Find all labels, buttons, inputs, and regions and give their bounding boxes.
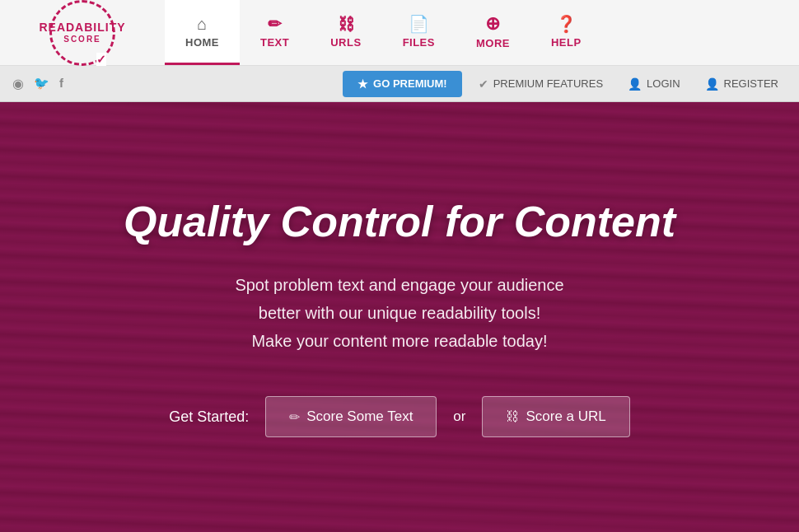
score-url-button[interactable]: ⛓ Score a URL <box>482 396 629 437</box>
logo-checkmark: ✓ <box>96 53 106 66</box>
login-icon: 👤 <box>628 77 642 91</box>
nav-home-label: HOME <box>185 36 219 49</box>
urls-icon: ⛓ <box>338 15 355 34</box>
login-link[interactable]: 👤 LOGIN <box>619 77 688 91</box>
go-premium-label: GO PREMIUM! <box>373 77 447 90</box>
hero-section: Quality Control for Content Spot problem… <box>0 102 799 532</box>
or-label: or <box>453 408 465 425</box>
text-icon: ✏ <box>268 14 283 34</box>
nav-more[interactable]: ⊕ MORE <box>456 0 530 65</box>
logo-text-sub: SCORE <box>63 35 101 44</box>
premium-features-label: PREMIUM FEATURES <box>493 77 603 90</box>
hero-cta: Get Started: ✏ Score Some Text or ⛓ Scor… <box>124 396 675 437</box>
home-icon: ⌂ <box>197 15 208 34</box>
nav-urls-label: URLS <box>330 36 361 49</box>
hero-subtitle: Spot problem text and engage your audien… <box>124 271 675 355</box>
rss-icon[interactable]: ◉ <box>12 76 24 91</box>
score-text-label: Score Some Text <box>306 408 413 425</box>
get-started-label: Get Started: <box>169 408 249 426</box>
nav-more-label: MORE <box>476 37 510 49</box>
logo-text-main: READABILITY <box>39 21 125 34</box>
nav-text-label: TEXT <box>260 36 289 49</box>
nav-home[interactable]: ⌂ HOME <box>165 0 240 65</box>
score-text-button[interactable]: ✏ Score Some Text <box>265 396 437 437</box>
help-icon: ❓ <box>556 14 577 34</box>
nav-files[interactable]: 📄 FILES <box>382 0 456 65</box>
nav-urls[interactable]: ⛓ URLS <box>310 0 381 65</box>
nav-items: ⌂ HOME ✏ TEXT ⛓ URLS 📄 FILES ⊕ MORE ❓ HE… <box>165 0 799 65</box>
hero-content: Quality Control for Content Spot problem… <box>91 197 708 437</box>
facebook-icon[interactable]: f <box>59 76 63 91</box>
logo[interactable]: READABILITY SCORE ✓ <box>0 0 165 65</box>
nav-files-label: FILES <box>403 36 435 49</box>
top-navigation: READABILITY SCORE ✓ ⌂ HOME ✏ TEXT ⛓ URLS… <box>0 0 799 66</box>
nav-help[interactable]: ❓ HELP <box>530 0 602 65</box>
register-link[interactable]: 👤 REGISTER <box>697 77 787 91</box>
link-icon: ⛓ <box>506 409 519 424</box>
nav-text[interactable]: ✏ TEXT <box>240 0 310 65</box>
social-icons: ◉ 🐦 f <box>12 76 63 91</box>
files-icon: 📄 <box>409 14 430 34</box>
pencil-icon: ✏ <box>289 409 300 425</box>
more-icon: ⊕ <box>485 13 501 35</box>
login-label: LOGIN <box>647 77 680 90</box>
twitter-icon[interactable]: 🐦 <box>34 76 49 91</box>
hero-title: Quality Control for Content <box>124 197 675 246</box>
register-icon: 👤 <box>705 77 719 91</box>
premium-check-icon: ✔ <box>479 77 488 91</box>
secondary-navigation: ◉ 🐦 f ★ GO PREMIUM! ✔ PREMIUM FEATURES 👤… <box>0 66 799 102</box>
go-premium-button[interactable]: ★ GO PREMIUM! <box>343 71 462 97</box>
logo-circle: READABILITY SCORE ✓ <box>49 0 115 66</box>
premium-features-link[interactable]: ✔ PREMIUM FEATURES <box>470 77 611 91</box>
nav-help-label: HELP <box>551 36 582 49</box>
score-url-label: Score a URL <box>526 408 605 425</box>
register-label: REGISTER <box>724 77 778 90</box>
star-icon: ★ <box>357 77 368 91</box>
